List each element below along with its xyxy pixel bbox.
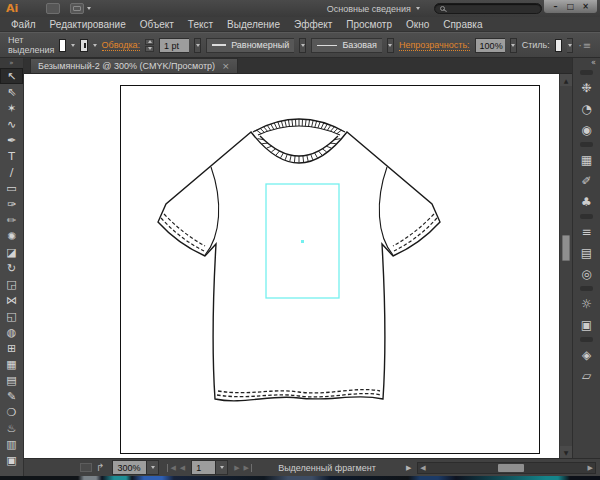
menu-edit[interactable]: Редактирование <box>43 19 133 30</box>
menu-object[interactable]: Объект <box>133 19 181 30</box>
scroll-right-icon[interactable]: ▶ <box>586 464 595 472</box>
tool-shape-builder[interactable]: ◍ <box>0 324 23 340</box>
horizontal-scrollbar-thumb[interactable] <box>498 464 524 472</box>
bridge-icon[interactable] <box>46 3 60 14</box>
panel-gradient-icon[interactable]: ▤ <box>573 242 600 263</box>
panel-pathfinder-icon[interactable]: ◉ <box>573 119 600 140</box>
arrange-documents-icon[interactable] <box>70 3 84 14</box>
last-artboard-icon[interactable]: ▶ <box>242 464 252 472</box>
tool-eraser[interactable]: ◪ <box>0 244 23 260</box>
first-artboard-icon[interactable]: ◀ <box>167 464 177 472</box>
tool-pencil[interactable]: ✏ <box>0 212 23 228</box>
dock-grip[interactable] <box>580 70 593 75</box>
scroll-up-icon[interactable]: ▲ <box>560 74 572 86</box>
panel-appearance-icon[interactable]: ☼ <box>573 293 600 314</box>
stroke-dropdown-icon[interactable] <box>93 44 97 47</box>
panel-transparency-icon[interactable]: ◎ <box>573 263 600 284</box>
canvas[interactable] <box>24 74 559 458</box>
dock-grip[interactable] <box>580 142 593 147</box>
tool-eyedropper[interactable]: ✎ <box>0 388 23 404</box>
tool-symbol-sprayer[interactable]: ♨ <box>0 420 23 436</box>
arrange-documents-arrow-icon[interactable] <box>87 7 91 10</box>
panel-swatches-icon[interactable]: ▦ <box>573 149 600 170</box>
menu-window[interactable]: Окно <box>399 19 436 30</box>
style-dropdown-button[interactable] <box>567 38 574 53</box>
status-popup-icon[interactable]: ▶ <box>402 464 415 472</box>
panel-graphic-styles-icon[interactable]: ▣ <box>573 314 600 335</box>
zoom-dropdown-button[interactable] <box>146 460 159 475</box>
maximize-button[interactable]: □ <box>563 0 578 13</box>
export-icon[interactable]: ↱ <box>96 462 104 473</box>
zoom-level-field[interactable]: 300% <box>112 460 146 475</box>
stroke-width-dropdown-button[interactable] <box>194 38 201 53</box>
tool-artboard[interactable]: ▣ <box>0 452 23 468</box>
vertical-scrollbar-thumb[interactable] <box>562 235 570 261</box>
tool-selection[interactable]: ↖ <box>0 68 23 84</box>
tool-pen[interactable]: ✒ <box>0 132 23 148</box>
panel-layers-icon[interactable]: ◈ <box>573 344 600 365</box>
menu-file[interactable]: Файл <box>4 19 43 30</box>
minimize-button[interactable]: – <box>548 0 563 13</box>
opacity-dropdown-button[interactable] <box>510 38 517 53</box>
tool-rotate[interactable]: ↻ <box>0 260 23 276</box>
tool-free-transform[interactable]: ◱ <box>0 308 23 324</box>
menu-select[interactable]: Выделение <box>220 19 287 30</box>
tool-lasso[interactable]: ∿ <box>0 116 23 132</box>
profile-dropdown-button[interactable] <box>299 38 306 53</box>
tab-close-icon[interactable]: × <box>222 61 230 71</box>
tool-blend[interactable]: ❍ <box>0 404 23 420</box>
panel-artboards-icon[interactable]: ▱ <box>573 365 600 386</box>
dock-collapse-button[interactable]: « <box>573 58 600 68</box>
width-profile-select[interactable]: Равномерный <box>206 38 294 53</box>
workspace-switcher[interactable]: Основные сведения <box>327 4 420 14</box>
horizontal-scrollbar[interactable]: ◀ ▶ <box>417 462 596 474</box>
panel-symbols-icon[interactable]: ♣ <box>573 191 600 212</box>
menu-view[interactable]: Просмотр <box>339 19 399 30</box>
tool-column-graph[interactable]: ▥ <box>0 436 23 452</box>
search-input[interactable] <box>434 3 542 14</box>
brush-select[interactable]: Базовая <box>311 38 381 53</box>
tool-blob-brush[interactable]: ✺ <box>0 228 23 244</box>
control-panel-menu-icon[interactable]: ·≡ <box>578 40 592 51</box>
menu-help[interactable]: Справка <box>436 19 489 30</box>
preview-mode-icon[interactable] <box>80 463 92 472</box>
tool-width[interactable]: ⋈ <box>0 292 23 308</box>
panel-color-icon[interactable]: ❉ <box>573 77 600 98</box>
close-button[interactable]: × <box>578 0 593 13</box>
menu-effect[interactable]: Эффект <box>287 19 339 30</box>
tool-line-segment[interactable]: ∕ <box>0 164 23 180</box>
tool-perspective-grid[interactable]: ⊞ <box>0 340 23 356</box>
tool-type[interactable]: T <box>0 148 23 164</box>
tool-scale[interactable]: ◲ <box>0 276 23 292</box>
tool-direct-selection[interactable]: ⇖ <box>0 84 23 100</box>
stroke-width-stepper[interactable] <box>145 39 154 52</box>
stroke-panel-link[interactable]: Обводка: <box>102 40 141 51</box>
panel-color-guide-icon[interactable]: ◔ <box>573 98 600 119</box>
vertical-scrollbar[interactable]: ▲ ▼ <box>559 74 572 458</box>
tool-paintbrush[interactable]: ✑ <box>0 196 23 212</box>
artboard-dropdown-button[interactable] <box>215 460 228 475</box>
style-swatch[interactable] <box>555 39 562 52</box>
brush-dropdown-button[interactable] <box>387 38 394 53</box>
artboard-number-field[interactable]: 1 <box>191 460 215 475</box>
panel-stroke-icon[interactable]: ≡ <box>573 221 600 242</box>
opacity-panel-link[interactable]: Непрозрачность: <box>399 40 470 51</box>
stroke-swatch[interactable] <box>80 39 87 52</box>
document-tab[interactable]: Безымянный-2 @ 300% (CMYK/Просмотр) × <box>30 58 238 73</box>
fill-swatch[interactable] <box>59 39 66 52</box>
stroke-width-field[interactable]: 1 pt <box>159 38 189 53</box>
tool-gradient[interactable]: ▤ <box>0 372 23 388</box>
menu-type[interactable]: Текст <box>181 19 220 30</box>
artboard[interactable] <box>120 85 540 454</box>
dock-grip[interactable] <box>580 337 593 342</box>
dock-grip[interactable] <box>580 286 593 291</box>
tool-rectangle[interactable]: ▭ <box>0 180 23 196</box>
tools-collapse-button[interactable]: » <box>0 58 23 68</box>
previous-artboard-icon[interactable]: ◀ <box>178 464 187 472</box>
next-artboard-icon[interactable]: ▶ <box>232 464 241 472</box>
tool-mesh[interactable]: ▦ <box>0 356 23 372</box>
opacity-field[interactable]: 100% <box>475 38 505 53</box>
scroll-down-icon[interactable]: ▼ <box>560 446 572 458</box>
dock-grip[interactable] <box>580 214 593 219</box>
scroll-left-icon[interactable]: ◀ <box>418 464 427 472</box>
